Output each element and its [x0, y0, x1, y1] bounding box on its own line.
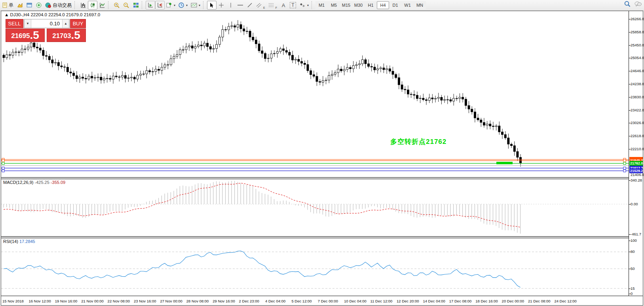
line-handle[interactable]	[2, 167, 4, 169]
periods-button[interactable]: ▾	[177, 1, 189, 10]
pane-splitter[interactable]	[1, 236, 643, 238]
buy-price[interactable]: 21703 .5	[47, 29, 86, 42]
rsi-label: RSI(14) 17.2845	[3, 239, 35, 244]
zoom-in-button[interactable]	[112, 1, 122, 10]
channel-subscript: E	[263, 6, 265, 9]
line-handle[interactable]	[2, 162, 4, 164]
time-label: 29 Nov 16:00	[213, 299, 235, 303]
volume-increase-button[interactable]: ▲	[62, 19, 69, 28]
volume-box: ▼ 0.10 ▲	[24, 19, 70, 28]
channel-button[interactable]: E	[255, 1, 267, 10]
horizontal-line-icon	[237, 2, 243, 8]
timeframe-mn[interactable]: MN	[414, 1, 426, 9]
time-label: 23 Nov 16:00	[134, 299, 156, 303]
data-window-button[interactable]	[25, 1, 34, 10]
chevron-down-icon: ▾	[186, 4, 188, 7]
auto-scroll-button[interactable]	[146, 1, 155, 10]
volume-input[interactable]: 0.10	[31, 19, 62, 28]
line-handle[interactable]	[623, 162, 626, 164]
timeframe-h4[interactable]: H4	[377, 1, 389, 9]
arrows-button[interactable]: ▾	[298, 1, 310, 10]
line-chart-button[interactable]	[97, 1, 107, 10]
horizontal-line-button[interactable]	[236, 1, 245, 10]
price-axis[interactable]: 26266.025858.025450.025054.024646.024238…	[629, 11, 643, 296]
cursor-button[interactable]	[207, 1, 217, 10]
new-order-button[interactable]: 单	[1, 1, 15, 10]
text-tool-glyph: A	[282, 2, 285, 8]
time-label: 15 Nov 2018	[2, 299, 24, 303]
vertical-line-icon	[229, 2, 233, 8]
zoom-out-icon	[123, 2, 129, 8]
timeframe-d1[interactable]: D1	[389, 1, 401, 9]
collapse-arrow-icon[interactable]: ▲	[4, 12, 9, 17]
candlestick-chart[interactable]	[1, 11, 629, 177]
trendline-icon	[247, 2, 253, 8]
toolbar-separator	[312, 1, 314, 9]
price-badge: 21529.2	[629, 168, 643, 173]
sell-button[interactable]: SELL	[6, 19, 23, 28]
chat-icon[interactable]	[635, 1, 642, 7]
line-handle[interactable]	[623, 167, 626, 169]
bar-chart-icon	[80, 2, 86, 8]
volume-decrease-button[interactable]: ▼	[24, 19, 31, 28]
turning-point-annotation: 多空转折点21762	[390, 137, 446, 146]
timeframe-m1[interactable]: M1	[315, 1, 328, 9]
timeframe-h1[interactable]: H1	[365, 1, 377, 9]
tile-windows-button[interactable]	[131, 1, 141, 10]
navigator-button[interactable]	[34, 1, 44, 10]
crosshair-button[interactable]	[217, 1, 226, 10]
market-watch-button[interactable]	[15, 1, 25, 10]
sell-price[interactable]: 21695 .5	[6, 29, 45, 42]
auto-scroll-icon	[148, 2, 154, 8]
timeframe-w1[interactable]: W1	[401, 1, 414, 9]
line-handle[interactable]	[623, 159, 626, 162]
line-handle[interactable]	[2, 170, 4, 172]
rsi-indicator-chart[interactable]	[1, 238, 629, 296]
time-label: 21 Dec 08:00	[528, 299, 551, 303]
template-icon	[191, 2, 197, 8]
bar-chart-button[interactable]	[78, 1, 88, 10]
toolbar-separator	[74, 1, 77, 9]
buy-button[interactable]: BUY	[70, 19, 86, 28]
arrows-icon	[299, 2, 306, 8]
timeframe-m15[interactable]: M15	[340, 1, 352, 9]
time-label: 10 Dec 04:00	[344, 299, 367, 303]
new-order-label: 单	[9, 2, 13, 9]
templates-button[interactable]: ▾	[189, 1, 202, 10]
indicators-button[interactable]: ▾	[165, 1, 177, 10]
macd-indicator-chart[interactable]	[1, 179, 629, 237]
price-tick-label: 23422.0	[631, 108, 644, 112]
macd-tick-label: -461.7	[631, 232, 641, 236]
price-tick-label: 26266.0	[631, 17, 644, 21]
rsi-line	[4, 251, 521, 287]
toolbar: 单 自动交易 ▾ ▾	[0, 0, 644, 11]
time-label: 14 Dec 04:00	[423, 299, 445, 303]
chart-shift-button[interactable]	[155, 1, 165, 10]
chevron-down-icon: ▾	[199, 4, 200, 7]
timeframe-m30[interactable]: M30	[352, 1, 365, 9]
chart-window: ▲ DJ30-,H4 22204.0 22254.0 21679.0 21697…	[1, 11, 643, 306]
time-label: 12 Dec 20:00	[397, 299, 419, 303]
time-label: 11 Dec 12:00	[370, 299, 393, 303]
candlestick-chart-button[interactable]	[88, 1, 97, 10]
vertical-line-button[interactable]	[226, 1, 236, 10]
autotrading-button[interactable]: 自动交易	[44, 1, 73, 10]
text-button[interactable]: A	[279, 1, 288, 10]
time-label: 24 Dec 12:00	[554, 299, 577, 303]
fibonacci-button[interactable]: F	[267, 1, 279, 10]
label-button[interactable]: T	[288, 1, 298, 10]
toolbar-separator	[203, 1, 206, 9]
chart-ohlc: 22204.0 22254.0 21679.0 21697.0	[30, 12, 100, 17]
line-handle[interactable]	[2, 159, 4, 162]
line-handle[interactable]	[623, 170, 626, 172]
price-tick-label: 25450.0	[631, 43, 644, 47]
price-tick-label: 23830.0	[631, 95, 644, 99]
trendline-button[interactable]	[245, 1, 255, 10]
timeframe-m5[interactable]: M5	[328, 1, 340, 9]
zoom-out-button[interactable]	[122, 1, 131, 10]
chart-symbol: DJ30-,H4	[10, 12, 30, 17]
pane-splitter[interactable]	[1, 177, 643, 179]
rsi-tick-label: 0	[631, 291, 633, 296]
time-axis[interactable]: 15 Nov 201816 Nov 12:0019 Nov 16:0021 No…	[1, 296, 643, 305]
search-icon[interactable]	[624, 1, 631, 7]
